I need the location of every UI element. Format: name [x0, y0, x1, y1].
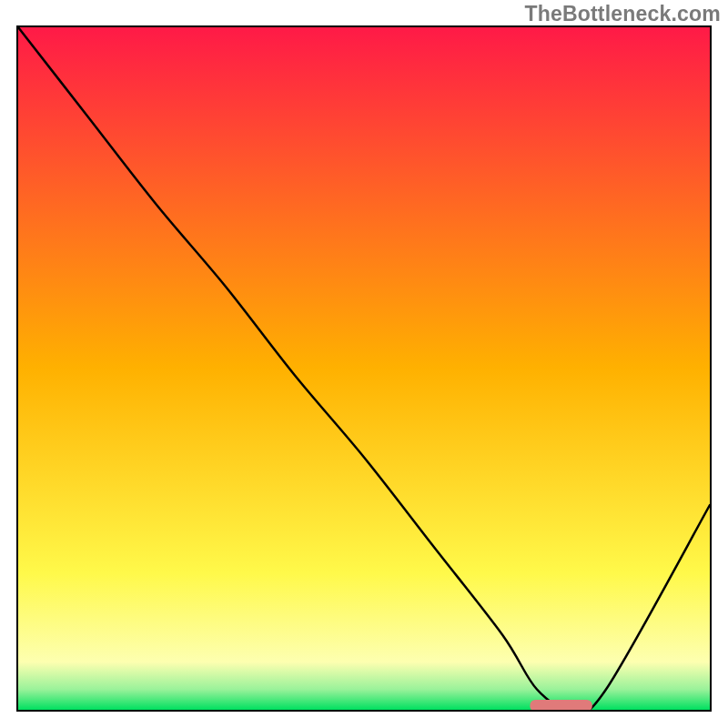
chart-frame: TheBottleneck.com — [0, 0, 728, 728]
watermark-text: TheBottleneck.com — [524, 2, 721, 26]
optimal-range-marker — [530, 700, 592, 710]
gradient-rect — [18, 27, 710, 710]
plot-area — [16, 25, 712, 712]
gradient-background — [18, 27, 710, 710]
